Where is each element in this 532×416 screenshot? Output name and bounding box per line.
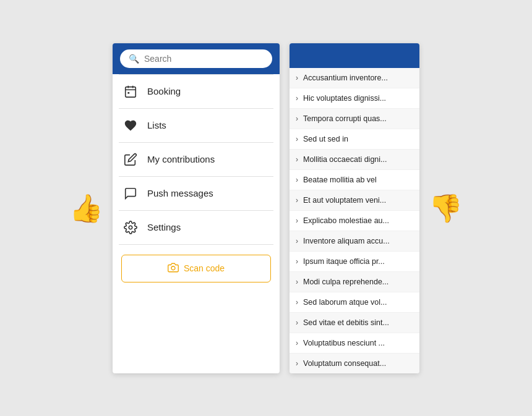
list-item-text: Inventore aliquam accu... bbox=[303, 237, 390, 245]
right-header bbox=[290, 43, 419, 68]
search-input[interactable] bbox=[144, 54, 264, 64]
list-item[interactable]: › Sed laborum atque vol... bbox=[290, 292, 419, 313]
contributions-icon bbox=[122, 151, 139, 168]
list-item-text: Beatae mollitia ab vel bbox=[303, 176, 377, 184]
list-item-text: Mollitia occaecati digni... bbox=[303, 155, 387, 164]
booking-icon bbox=[122, 83, 139, 100]
scan-code-label: Scan code bbox=[184, 263, 225, 273]
svg-rect-4 bbox=[127, 91, 129, 93]
svg-point-6 bbox=[171, 266, 175, 270]
list-item-text: Ipsum itaque officia pr... bbox=[303, 257, 385, 266]
list-item-text: Hic voluptates dignissi... bbox=[303, 94, 386, 103]
chevron-right-icon: › bbox=[296, 155, 298, 164]
svg-rect-0 bbox=[126, 87, 136, 97]
lists-icon bbox=[122, 117, 139, 134]
thumbs-up-icon: 👍 bbox=[69, 192, 103, 224]
camera-icon bbox=[168, 262, 179, 275]
thumbs-down-icon: 👎 bbox=[429, 192, 463, 224]
chevron-right-icon: › bbox=[296, 237, 298, 245]
menu-item-booking[interactable]: Booking bbox=[113, 75, 280, 108]
menu-push-messages-label: Push messages bbox=[147, 188, 213, 198]
menu-lists-label: Lists bbox=[147, 120, 166, 130]
menu-item-lists[interactable]: Lists bbox=[113, 109, 280, 142]
chevron-right-icon: › bbox=[296, 94, 298, 103]
list-item-text: Et aut voluptatem veni... bbox=[303, 196, 386, 205]
list-item-text: Sed laborum atque vol... bbox=[303, 298, 387, 307]
list-item-text: Tempora corrupti quas... bbox=[303, 114, 387, 123]
left-header: 🔍 bbox=[113, 43, 280, 74]
chevron-right-icon: › bbox=[296, 278, 298, 286]
menu-divider-6 bbox=[119, 244, 273, 245]
chevron-right-icon: › bbox=[296, 216, 298, 225]
list-item[interactable]: › Accusantium inventore... bbox=[290, 68, 419, 88]
menu-item-contributions[interactable]: My contributions bbox=[113, 143, 280, 176]
list-item[interactable]: › Mollitia occaecati digni... bbox=[290, 150, 419, 170]
chevron-right-icon: › bbox=[296, 74, 298, 82]
list-item-text: Sed ut sed in bbox=[303, 135, 348, 143]
chevron-right-icon: › bbox=[296, 176, 298, 184]
list-item[interactable]: › Ipsum itaque officia pr... bbox=[290, 252, 419, 272]
chevron-right-icon: › bbox=[296, 114, 298, 123]
menu-item-push-messages[interactable]: Push messages bbox=[113, 177, 280, 210]
list-item[interactable]: › Inventore aliquam accu... bbox=[290, 231, 419, 252]
push-messages-icon bbox=[122, 185, 139, 202]
list-item[interactable]: › Hic voluptates dignissi... bbox=[290, 88, 419, 109]
list-item-text: Voluptatibus nesciunt ... bbox=[303, 339, 385, 347]
list-item[interactable]: › Beatae mollitia ab vel bbox=[290, 170, 419, 190]
list-item[interactable]: › Explicabo molestiae au... bbox=[290, 211, 419, 231]
list-item-text: Explicabo molestiae au... bbox=[303, 216, 389, 225]
list-item-text: Voluptatum consequat... bbox=[303, 359, 386, 368]
chevron-right-icon: › bbox=[296, 318, 298, 327]
list-item-text: Sed vitae et debitis sint... bbox=[303, 318, 389, 327]
list-item-text: Accusantium inventore... bbox=[303, 74, 388, 82]
list-item[interactable]: › Sed vitae et debitis sint... bbox=[290, 313, 419, 333]
list-item[interactable]: › Sed ut sed in bbox=[290, 129, 419, 150]
list-item[interactable]: › Modi culpa reprehende... bbox=[290, 272, 419, 292]
menu-item-settings[interactable]: Settings bbox=[113, 211, 280, 244]
list-item[interactable]: › Tempora corrupti quas... bbox=[290, 109, 419, 129]
chevron-right-icon: › bbox=[296, 257, 298, 266]
scan-code-button[interactable]: Scan code bbox=[121, 255, 271, 282]
chevron-right-icon: › bbox=[296, 339, 298, 347]
search-bar[interactable]: 🔍 bbox=[120, 49, 272, 68]
list-item[interactable]: › Voluptatibus nesciunt ... bbox=[290, 333, 419, 354]
chevron-right-icon: › bbox=[296, 135, 298, 143]
menu-settings-label: Settings bbox=[147, 222, 181, 232]
settings-icon bbox=[122, 219, 139, 236]
list-item-text: Modi culpa reprehende... bbox=[303, 278, 388, 286]
menu-booking-label: Booking bbox=[147, 86, 181, 96]
menu-contributions-label: My contributions bbox=[147, 154, 215, 164]
chevron-right-icon: › bbox=[296, 298, 298, 307]
right-list-panel: › Accusantium inventore... › Hic volupta… bbox=[290, 43, 419, 373]
list-item[interactable]: › Voluptatum consequat... bbox=[290, 354, 419, 373]
search-icon: 🔍 bbox=[129, 54, 139, 64]
chevron-right-icon: › bbox=[296, 359, 298, 368]
list-item[interactable]: › Et aut voluptatem veni... bbox=[290, 190, 419, 211]
chevron-right-icon: › bbox=[296, 196, 298, 205]
svg-point-5 bbox=[129, 226, 132, 229]
left-menu-panel: 🔍 Booking bbox=[113, 43, 280, 373]
